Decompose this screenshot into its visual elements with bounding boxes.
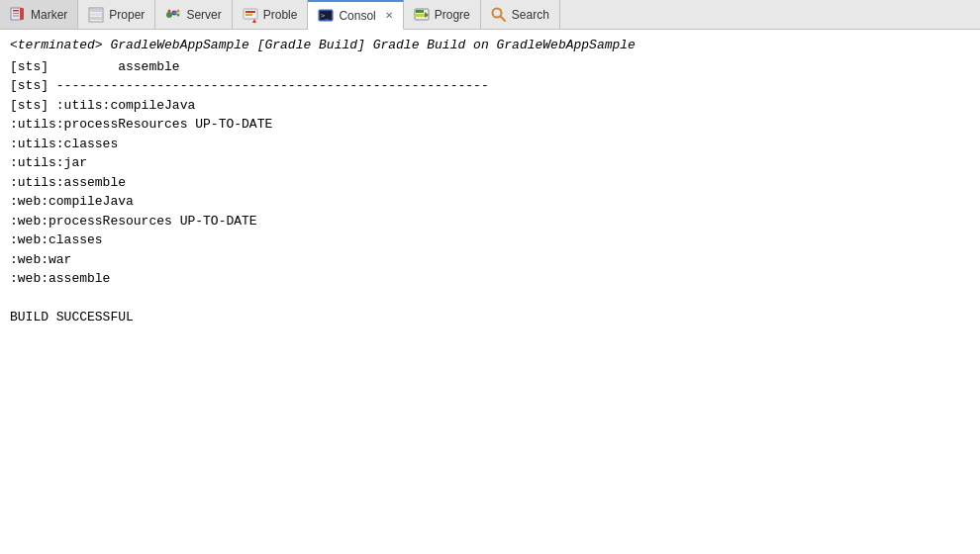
console-line-6: :web:compileJava <box>10 192 970 212</box>
console-line-blank <box>10 289 970 309</box>
svg-rect-18 <box>245 11 255 13</box>
console-line-10: :web:assemble <box>10 269 970 289</box>
search-icon <box>491 7 507 23</box>
tab-problems[interactable]: Proble <box>233 0 309 29</box>
tab-properties-label: Proper <box>109 8 145 22</box>
console-header: <terminated> GradleWebAppSample [Gradle … <box>10 36 970 55</box>
console-line-sts-assemble: [sts] assemble <box>10 57 970 77</box>
console-line-1: [sts] :utils:compileJava <box>10 96 970 116</box>
console-line-9: :web:war <box>10 250 970 270</box>
svg-point-10 <box>168 9 171 12</box>
svg-line-29 <box>500 16 505 21</box>
svg-rect-25 <box>416 10 424 13</box>
console-line-2: :utils:processResources UP-TO-DATE <box>10 115 970 135</box>
console-line-5: :utils:assemble <box>10 173 970 193</box>
tab-markers-label: Marker <box>31 8 67 22</box>
tab-bar: Marker Proper Se <box>0 0 980 30</box>
tab-console-label: Consol <box>339 9 375 23</box>
console-line-separator: [sts] ----------------------------------… <box>10 76 970 96</box>
console-line-3: :utils:classes <box>10 135 970 154</box>
tab-search-label: Search <box>512 8 549 22</box>
properties-icon <box>88 7 104 23</box>
svg-rect-1 <box>13 10 19 12</box>
svg-rect-2 <box>13 13 19 14</box>
svg-rect-6 <box>90 9 102 12</box>
svg-rect-8 <box>90 17 102 20</box>
marker-icon <box>10 7 26 23</box>
tab-problems-label: Proble <box>263 8 298 22</box>
progress-icon <box>414 7 430 23</box>
console-line-7: :web:processResources UP-TO-DATE <box>10 212 970 231</box>
svg-rect-3 <box>13 15 19 16</box>
svg-point-15 <box>177 9 180 12</box>
server-icon <box>165 7 181 23</box>
svg-marker-20 <box>252 19 256 23</box>
svg-rect-19 <box>245 14 252 16</box>
tab-properties[interactable]: Proper <box>78 0 155 29</box>
console-line-build-success: BUILD SUCCESSFUL <box>10 308 970 327</box>
console-line-8: :web:classes <box>10 231 970 250</box>
tab-console[interactable]: >_ Consol ✕ <box>308 0 403 30</box>
console-icon: >_ <box>318 8 334 24</box>
svg-point-16 <box>177 13 180 16</box>
tab-progress-label: Progre <box>435 8 470 22</box>
tab-progress[interactable]: Progre <box>404 0 481 29</box>
tab-console-close[interactable]: ✕ <box>385 10 393 21</box>
problems-icon <box>243 7 258 23</box>
tab-servers[interactable]: Server <box>155 0 232 29</box>
svg-rect-4 <box>20 8 24 20</box>
console-area: <terminated> GradleWebAppSample [Gradle … <box>0 30 980 554</box>
console-line-4: :utils:jar <box>10 153 970 173</box>
svg-text:>_: >_ <box>321 12 330 20</box>
svg-rect-7 <box>90 13 102 16</box>
tab-search[interactable]: Search <box>481 0 560 29</box>
tab-servers-label: Server <box>186 8 221 22</box>
tab-markers[interactable]: Marker <box>0 0 78 29</box>
